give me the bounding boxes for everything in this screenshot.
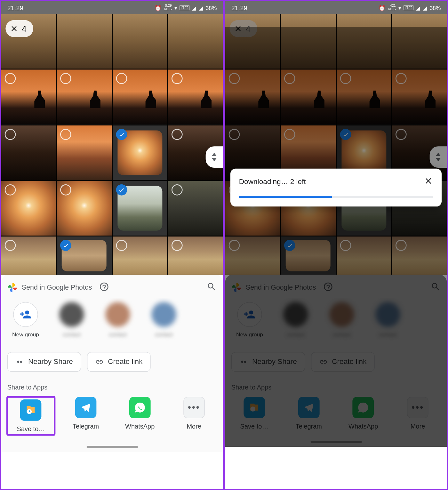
app-save-to: Save to… bbox=[231, 397, 277, 430]
share-sheet-header: Send in Google Photos bbox=[1, 275, 223, 298]
photo-cell[interactable] bbox=[168, 237, 223, 275]
files-icon bbox=[20, 399, 42, 421]
battery-text: 38% bbox=[206, 4, 217, 11]
fast-scroll-handle[interactable] bbox=[206, 146, 223, 168]
app-save-to[interactable]: Save to… bbox=[7, 397, 55, 435]
photo-cell[interactable] bbox=[1, 70, 56, 125]
photo-cell[interactable] bbox=[57, 70, 112, 125]
new-group-button[interactable]: New group bbox=[7, 302, 44, 338]
photo-grid-area: 4 bbox=[1, 14, 223, 275]
contact-item[interactable]: contact bbox=[100, 302, 136, 338]
photo-cell-selected[interactable] bbox=[112, 181, 167, 236]
share-sheet-header: Send in Google Photos bbox=[225, 275, 447, 298]
volte-icon: LTE2 bbox=[180, 5, 189, 10]
create-link-button: Create link bbox=[311, 352, 375, 372]
app-telegram: Telegram bbox=[286, 397, 332, 430]
download-message: Downloading… 2 left bbox=[239, 178, 306, 186]
status-time: 21:29 bbox=[231, 4, 247, 12]
photo-cell[interactable] bbox=[112, 70, 167, 125]
whatsapp-icon bbox=[129, 397, 151, 418]
app-more: •••More bbox=[395, 397, 441, 430]
photo-cell[interactable] bbox=[112, 14, 167, 69]
help-icon bbox=[323, 282, 333, 293]
photo-cell[interactable] bbox=[1, 237, 56, 275]
nearby-share-icon bbox=[15, 357, 24, 366]
status-bar: 21:29 ⏰ 0.29KB/S ▾ LTE2 ◢ ◢ 38% bbox=[1, 1, 223, 14]
app-whatsapp[interactable]: WhatsApp bbox=[117, 397, 163, 435]
signal-icon-1: ◢ bbox=[416, 4, 420, 11]
selection-count-chip: 4 bbox=[229, 20, 257, 37]
contacts-row: New group contact contact contact bbox=[225, 298, 447, 346]
close-icon bbox=[234, 24, 243, 33]
photo-grid[interactable] bbox=[1, 14, 223, 275]
signal-icon-2: ◢ bbox=[423, 4, 427, 11]
status-time: 21:29 bbox=[7, 4, 23, 12]
app-more[interactable]: ••• More bbox=[171, 397, 217, 435]
share-sheet: Send in Google Photos New group contact … bbox=[225, 275, 447, 446]
selection-count: 4 bbox=[22, 24, 27, 34]
person-add-icon bbox=[244, 309, 255, 320]
photo-cell[interactable] bbox=[1, 125, 56, 180]
help-icon[interactable] bbox=[99, 282, 109, 293]
phone-left: 21:29 ⏰ 0.29KB/S ▾ LTE2 ◢ ◢ 38% bbox=[0, 0, 224, 490]
photo-cell[interactable] bbox=[57, 181, 112, 236]
svg-point-1 bbox=[250, 406, 255, 412]
wifi-icon: ▾ bbox=[174, 4, 177, 11]
contact-item[interactable]: contact bbox=[53, 302, 90, 338]
battery-text: 38% bbox=[430, 4, 441, 11]
gesture-nav-bar bbox=[225, 437, 447, 446]
close-button[interactable] bbox=[424, 176, 433, 188]
share-actions-row: Nearby Share Create link bbox=[1, 346, 223, 378]
photo-cell[interactable] bbox=[1, 181, 56, 236]
selection-count: 4 bbox=[246, 24, 251, 34]
share-sheet: Send in Google Photos New group contact … bbox=[1, 275, 223, 452]
alarm-icon: ⏰ bbox=[155, 4, 161, 11]
search-icon bbox=[430, 282, 441, 293]
google-photos-icon bbox=[7, 282, 18, 293]
photo-cell[interactable] bbox=[168, 14, 223, 69]
create-link-button[interactable]: Create link bbox=[87, 352, 151, 372]
download-progress-card: Downloading… 2 left bbox=[230, 169, 442, 207]
google-photos-icon bbox=[231, 282, 242, 293]
photo-cell[interactable] bbox=[168, 181, 223, 236]
fast-scroll-handle bbox=[430, 146, 447, 168]
more-icon: ••• bbox=[183, 397, 205, 418]
close-icon[interactable] bbox=[10, 24, 19, 33]
signal-icon-1: ◢ bbox=[192, 4, 196, 11]
gesture-nav-bar[interactable] bbox=[1, 442, 223, 452]
apps-row: Save to… Telegram WhatsApp ••• More bbox=[1, 395, 223, 442]
telegram-icon bbox=[75, 397, 97, 418]
progress-bar bbox=[239, 196, 433, 198]
app-whatsapp: WhatsApp bbox=[340, 397, 386, 430]
photo-cell[interactable] bbox=[57, 125, 112, 180]
share-apps-label: Share to Apps bbox=[1, 378, 223, 395]
search-icon[interactable] bbox=[206, 282, 217, 293]
photo-grid bbox=[225, 14, 447, 275]
photo-cell[interactable] bbox=[57, 14, 112, 69]
volte-icon: LTE2 bbox=[404, 5, 413, 10]
photo-cell[interactable] bbox=[168, 70, 223, 125]
contacts-row[interactable]: New group contact contact contact bbox=[1, 298, 223, 346]
phone-right: 21:29 ⏰ 421KB/S ▾ LTE2 ◢ ◢ 38% bbox=[224, 0, 448, 490]
photo-cell-selected[interactable] bbox=[57, 237, 112, 275]
app-telegram[interactable]: Telegram bbox=[63, 397, 108, 435]
new-group-button: New group bbox=[231, 302, 268, 338]
contact-item[interactable]: contact bbox=[146, 302, 182, 338]
share-sheet-title: Send in Google Photos bbox=[22, 284, 92, 291]
signal-icon-2: ◢ bbox=[199, 4, 203, 11]
photo-cell-selected[interactable] bbox=[112, 125, 167, 180]
nearby-share-button[interactable]: Nearby Share bbox=[7, 352, 81, 372]
link-icon bbox=[95, 357, 104, 366]
status-bar: 21:29 ⏰ 421KB/S ▾ LTE2 ◢ ◢ 38% bbox=[225, 1, 447, 14]
wifi-icon: ▾ bbox=[398, 4, 401, 11]
network-speed: 0.29KB/S bbox=[164, 4, 172, 11]
nearby-share-button: Nearby Share bbox=[231, 352, 305, 372]
selection-count-chip[interactable]: 4 bbox=[5, 20, 33, 37]
photo-grid-area: 4 bbox=[225, 14, 447, 275]
alarm-icon: ⏰ bbox=[379, 4, 385, 11]
photo-cell[interactable] bbox=[112, 237, 167, 275]
network-speed: 421KB/S bbox=[388, 4, 396, 11]
person-add-icon bbox=[20, 309, 31, 320]
